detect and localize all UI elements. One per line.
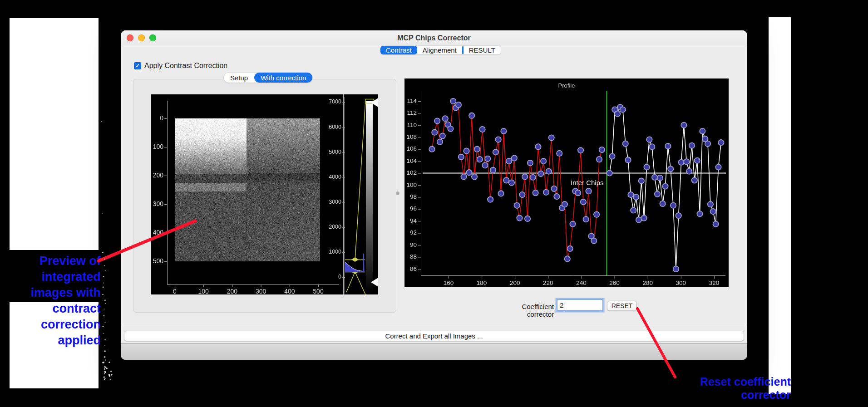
export-all-images-button[interactable]: Correct and Export all Images ... — [124, 331, 744, 341]
subtab-with-correction[interactable]: With correction — [254, 73, 312, 83]
apply-contrast-checkbox-row: ✓ Apply Contrast Correction — [134, 62, 227, 70]
titlebar[interactable]: MCP Chips Corrector — [121, 30, 747, 46]
profile-chart-canvas — [404, 78, 729, 287]
desktop-background: Preview of integrated images with contra… — [0, 0, 868, 407]
coefficient-input[interactable]: 2 — [557, 299, 603, 311]
text-caret — [564, 302, 564, 309]
preview-subtabs: Setup With correction — [224, 73, 312, 83]
window-title: MCP Chips Corrector — [121, 34, 747, 42]
app-window: MCP Chips Corrector Contrast Alignement … — [121, 30, 747, 360]
reset-annotation: Reset coefficient corrector — [667, 375, 791, 402]
main-tabs: Contrast Alignement RESULT — [380, 46, 501, 54]
tab-contrast[interactable]: Contrast — [380, 46, 417, 54]
left-annotation: Preview of integrated images with contra… — [0, 253, 101, 348]
left-annotation-line: correction applied — [0, 317, 101, 348]
apply-contrast-checkbox[interactable]: ✓ — [134, 62, 141, 69]
window-bottom-bar — [121, 343, 747, 360]
subtab-setup[interactable]: Setup — [224, 73, 254, 83]
right-white-panel — [769, 17, 791, 394]
coefficient-value: 2 — [560, 301, 563, 309]
left-annotation-line: Preview of integrated — [0, 253, 101, 285]
tab-result[interactable]: RESULT — [464, 46, 501, 54]
left-annotation-line: images with contract — [0, 285, 101, 317]
preview-image-and-histogram-canvas[interactable] — [151, 94, 378, 294]
apply-contrast-label: Apply Contrast Correction — [144, 62, 227, 70]
tab-alignement[interactable]: Alignement — [417, 46, 462, 54]
content-divider — [121, 325, 747, 325]
coefficient-corrector-label: Coefficient corrector — [495, 303, 554, 318]
splitter-handle[interactable] — [396, 191, 399, 195]
reset-button[interactable]: RESET — [607, 301, 637, 311]
